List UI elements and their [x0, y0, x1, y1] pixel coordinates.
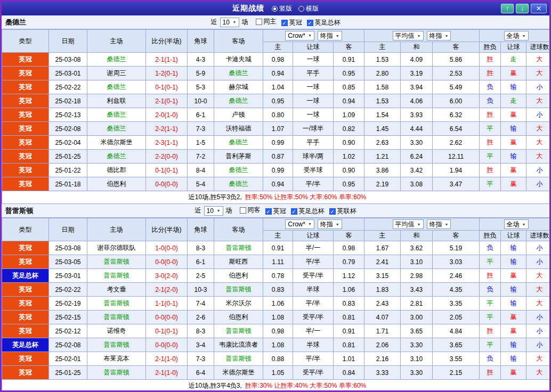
result-outcome: 负 — [480, 241, 501, 255]
close-button[interactable]: ✕ — [531, 4, 547, 13]
result-outcome: 胜 — [480, 67, 501, 80]
avg-home: 2.16 — [364, 352, 401, 366]
checkbox-icon — [256, 19, 262, 25]
league-cell: 英足总杯 — [2, 269, 49, 283]
recent-count-select[interactable]: 10 — [220, 18, 239, 27]
league-badge: 英足总杯 — [2, 338, 48, 352]
result-handicap: 走 — [501, 94, 526, 108]
corners: 6-1 — [188, 255, 214, 269]
avg-away: 2.05 — [433, 311, 480, 324]
odds-home: 1.07 — [263, 122, 293, 136]
odds-home: 0.98 — [263, 53, 293, 67]
col-date: 日期 — [49, 218, 87, 241]
odds-home: 0.94 — [263, 67, 293, 80]
score-halftime: 3-0(2-0) — [146, 269, 188, 283]
odds-time-dropdown[interactable]: 终指 — [318, 219, 342, 229]
move-up-button[interactable]: ↑ — [501, 4, 514, 13]
scope-group-header: 全场 — [480, 30, 551, 42]
home-team: 桑德兰 — [87, 150, 146, 164]
checkbox-label: 英冠 — [289, 18, 302, 27]
recent-count-select[interactable]: 10 — [204, 206, 223, 216]
result-outcome: 胜 — [480, 366, 501, 380]
near-label: 近 — [211, 18, 217, 27]
score-halftime: 1-1(0-1) — [146, 297, 188, 311]
filter-checkbox[interactable]: 英冠 — [281, 18, 302, 27]
layout-radio-option[interactable]: 竖版 — [272, 4, 292, 13]
odds-source-dropdown[interactable]: Crow* — [285, 31, 314, 40]
col-res-handicap: 让球 — [501, 231, 526, 241]
col-odds-home: 主 — [263, 42, 293, 53]
league-cell: 英冠 — [2, 94, 49, 108]
league-badge: 英冠 — [2, 255, 48, 268]
home-team: 普雷斯顿 — [87, 311, 146, 324]
odds-away: 0.84 — [334, 366, 364, 380]
avg-time-dropdown[interactable]: 终指 — [427, 219, 451, 229]
avg-draw: 4.44 — [401, 122, 433, 136]
league-cell: 英冠 — [2, 366, 49, 380]
match-row: 英足总杯25-02-08普雷斯顿0-0(0-0)3-4韦康比流浪者1.08半球0… — [2, 338, 551, 352]
away-team: 桑德兰 — [214, 136, 263, 150]
odds-away: 0.91 — [334, 53, 364, 67]
filter-checkbox[interactable]: 英联杯 — [329, 207, 356, 216]
league-badge: 英冠 — [2, 53, 48, 66]
corners: 7-3 — [188, 122, 214, 136]
away-team: 韦康比流浪者 — [214, 338, 263, 352]
score-halftime: 2-2(1-1) — [146, 122, 188, 136]
summary-stats: 胜率:30% 让胜率:40% 大率:50% 单率:60% — [245, 382, 366, 389]
radio-icon — [298, 6, 304, 12]
filter-checkbox[interactable]: 同主 — [256, 17, 277, 26]
result-outcome: 负 — [480, 94, 501, 108]
away-team: 桑德兰 — [214, 164, 263, 177]
filter-checkbox[interactable]: 英足总杯 — [291, 207, 325, 216]
away-team: 卢顿 — [214, 108, 263, 122]
league-badge: 英冠 — [2, 352, 48, 365]
away-team: 沃特福德 — [214, 122, 263, 136]
matches-table: 类型 日期 主场 比分(半场) 角球 客场 Crow*终指 平均值终指 全场 — [2, 218, 551, 392]
team-name: 普雷斯顿 — [5, 206, 33, 216]
home-team: 利兹联 — [87, 94, 146, 108]
layout-radio-option[interactable]: 横版 — [298, 4, 319, 13]
match-date: 25-02-04 — [49, 136, 87, 150]
league-badge: 英冠 — [2, 67, 48, 80]
home-team: 德比郡 — [87, 164, 146, 177]
corners: 2-6 — [188, 311, 214, 324]
avg-away: 6.00 — [433, 94, 480, 108]
result-handicap: 走 — [501, 53, 526, 67]
odds-source-dropdown[interactable]: Crow* — [285, 219, 314, 229]
col-corners: 角球 — [188, 30, 214, 53]
corners: 1-5 — [188, 136, 214, 150]
move-down-button[interactable]: ↓ — [516, 4, 529, 13]
result-handicap: 输 — [501, 283, 526, 297]
filter-checkboxes: 同客英冠英足总杯英联杯 — [235, 206, 356, 216]
col-avg-home: 主 — [364, 42, 401, 53]
avg-home: 1.83 — [364, 283, 401, 297]
odds-home: 0.88 — [263, 352, 293, 366]
avg-time-dropdown[interactable]: 终指 — [427, 31, 451, 40]
match-row: 英冠25-01-22德比郡0-1(0-1)8-4桑德兰0.99受半球0.903.… — [2, 164, 551, 177]
avg-group-header: 平均值终指 — [364, 30, 480, 42]
score-halftime: 2-1(1-0) — [146, 366, 188, 380]
result-handicap: 输 — [501, 255, 526, 269]
avg-source-dropdown[interactable]: 平均值 — [393, 219, 424, 229]
league-cell: 英冠 — [2, 241, 49, 255]
league-badge: 英冠 — [2, 108, 48, 121]
summary-record: 近10场,胜3平4负3, — [189, 382, 242, 389]
odds-handicap: 平手 — [293, 67, 334, 80]
filter-checkbox[interactable]: 同客 — [240, 206, 261, 215]
avg-source-dropdown[interactable]: 平均值 — [393, 31, 424, 40]
filter-checkbox[interactable]: 英足总杯 — [307, 18, 341, 27]
scope-dropdown[interactable]: 全场 — [504, 219, 529, 229]
score-halftime: 0-1(0-1) — [146, 164, 188, 177]
result-outcome: 负 — [480, 80, 501, 94]
odds-time-dropdown[interactable]: 终指 — [318, 31, 342, 40]
scope-dropdown[interactable]: 全场 — [504, 31, 529, 40]
col-res-outcome: 胜负 — [480, 42, 501, 53]
filter-checkbox[interactable]: 英冠 — [265, 207, 286, 216]
match-row: 英冠25-02-08桑德兰2-2(1-1)7-3沃特福德1.07一/球半0.82… — [2, 122, 551, 136]
corners: 5-4 — [188, 177, 214, 191]
avg-home: 1.58 — [364, 80, 401, 94]
result-goals: 小 — [526, 108, 551, 122]
recent-count-value: 10 — [223, 19, 230, 26]
away-team: 普雷斯顿 — [214, 283, 263, 297]
odds-home: 0.99 — [263, 136, 293, 150]
